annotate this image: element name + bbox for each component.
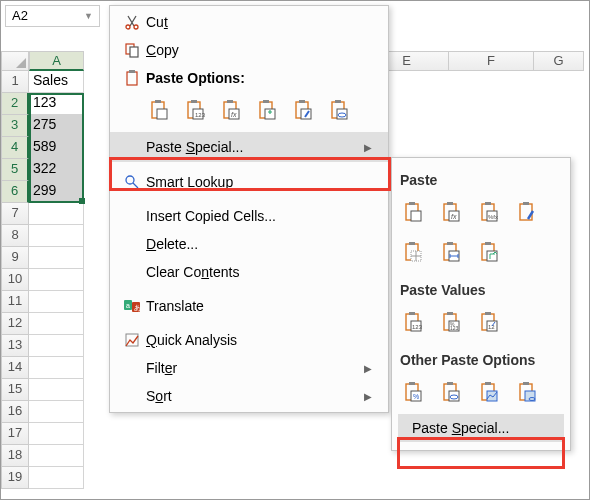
paste-icon[interactable]: [146, 96, 174, 124]
menu-label: Insert Copied Cells...: [146, 208, 372, 224]
menu-delete[interactable]: Delete...: [110, 230, 388, 258]
paste-fmt-icon[interactable]: %: [400, 378, 428, 406]
row-header[interactable]: 4: [1, 137, 29, 159]
paste-brush-icon[interactable]: [514, 198, 542, 226]
submenu-header-values: Paste Values: [392, 278, 570, 302]
row-header[interactable]: 19: [1, 467, 29, 489]
menu-insert-copied[interactable]: Insert Copied Cells...: [110, 202, 388, 230]
cell[interactable]: [29, 467, 84, 489]
menu-label: Translate: [146, 298, 372, 314]
row-header[interactable]: 5: [1, 159, 29, 181]
row-header[interactable]: 15: [1, 379, 29, 401]
svg-rect-56: [409, 312, 415, 315]
cell[interactable]: [29, 291, 84, 313]
cell[interactable]: [29, 357, 84, 379]
context-menu: Cut Copy Paste Options: 123 fx Paste Spe…: [109, 5, 389, 413]
paste-values-row: 123 %123 12: [392, 302, 570, 342]
paste-formulas-icon[interactable]: fx: [218, 96, 246, 124]
svg-rect-5: [129, 70, 135, 73]
svg-rect-3: [130, 47, 138, 57]
cell[interactable]: [29, 269, 84, 291]
menu-cut[interactable]: Cut: [110, 8, 388, 36]
cell[interactable]: [29, 401, 84, 423]
paste-valuespct-icon[interactable]: %123: [438, 308, 466, 336]
menu-translate[interactable]: aあ Translate: [110, 292, 388, 320]
row-header[interactable]: 13: [1, 335, 29, 357]
other-paste-row: %: [392, 372, 570, 412]
menu-sort[interactable]: Sort ▶: [110, 382, 388, 410]
row-header[interactable]: 2: [1, 93, 29, 115]
col-header-a[interactable]: A: [29, 51, 84, 71]
paste-all-icon[interactable]: [400, 198, 428, 226]
submenu-paste-special[interactable]: Paste Special...: [398, 414, 564, 442]
col-header-g[interactable]: G: [534, 51, 584, 71]
svg-text:fx: fx: [451, 213, 457, 220]
row-header[interactable]: 9: [1, 247, 29, 269]
paste-noborder-icon[interactable]: [400, 238, 428, 266]
copy-icon: [118, 42, 146, 58]
row-header[interactable]: 1: [1, 71, 29, 93]
paste-linkpic-icon[interactable]: [514, 378, 542, 406]
svg-rect-73: [447, 382, 453, 385]
paste-valuesfmt-icon[interactable]: 12: [476, 308, 504, 336]
menu-label: Quick Analysis: [146, 332, 372, 348]
paste-transpose2-icon[interactable]: [476, 238, 504, 266]
paste-colwidth-icon[interactable]: [438, 238, 466, 266]
svg-point-0: [126, 25, 130, 29]
svg-rect-47: [409, 242, 415, 245]
select-all-corner[interactable]: [1, 51, 29, 71]
svg-rect-21: [299, 100, 305, 103]
cell[interactable]: 123: [29, 93, 84, 115]
row-header[interactable]: 8: [1, 225, 29, 247]
row-header[interactable]: 18: [1, 445, 29, 467]
name-box[interactable]: A2 ▼: [5, 5, 100, 27]
svg-rect-35: [411, 211, 421, 221]
cell[interactable]: [29, 313, 84, 335]
svg-text:123: 123: [450, 325, 459, 331]
paste-picture-icon[interactable]: [476, 378, 504, 406]
menu-label: Smart Lookup: [146, 174, 372, 190]
row-header[interactable]: 14: [1, 357, 29, 379]
svg-rect-53: [485, 242, 491, 245]
svg-rect-69: [409, 382, 415, 385]
cell[interactable]: [29, 247, 84, 269]
menu-copy[interactable]: Copy: [110, 36, 388, 64]
row-header[interactable]: 6: [1, 181, 29, 203]
cell[interactable]: [29, 225, 84, 247]
row-header[interactable]: 7: [1, 203, 29, 225]
row-header[interactable]: 17: [1, 423, 29, 445]
cell[interactable]: 275: [29, 115, 84, 137]
cell[interactable]: 589: [29, 137, 84, 159]
row-header[interactable]: 3: [1, 115, 29, 137]
paste-pctfx-icon[interactable]: %fx: [476, 198, 504, 226]
row-header[interactable]: 10: [1, 269, 29, 291]
cell[interactable]: [29, 423, 84, 445]
cell[interactable]: [29, 445, 84, 467]
paste-link2-icon[interactable]: [438, 378, 466, 406]
paste-transpose-icon[interactable]: [254, 96, 282, 124]
paste-link-icon[interactable]: [326, 96, 354, 124]
menu-clear-contents[interactable]: Clear Contents: [110, 258, 388, 286]
paste-values-icon[interactable]: 123: [182, 96, 210, 124]
row-header[interactable]: 11: [1, 291, 29, 313]
cell[interactable]: [29, 335, 84, 357]
col-header-f[interactable]: F: [449, 51, 534, 71]
menu-smart-lookup[interactable]: Smart Lookup: [110, 168, 388, 196]
cell[interactable]: Sales: [29, 71, 84, 93]
paste-formatting-icon[interactable]: [290, 96, 318, 124]
paste-fx-icon[interactable]: fx: [438, 198, 466, 226]
submenu-header-paste: Paste: [392, 168, 570, 192]
menu-filter[interactable]: Filter ▶: [110, 354, 388, 382]
cell[interactable]: 299: [29, 181, 84, 203]
svg-text:あ: あ: [134, 304, 141, 312]
paste-values123-icon[interactable]: 123: [400, 308, 428, 336]
menu-quick-analysis[interactable]: Quick Analysis: [110, 326, 388, 354]
menu-paste-special[interactable]: Paste Special... ▶: [110, 132, 388, 162]
row-header[interactable]: 16: [1, 401, 29, 423]
svg-text:123: 123: [412, 324, 423, 330]
svg-point-27: [126, 176, 134, 184]
cell[interactable]: [29, 203, 84, 225]
cell[interactable]: [29, 379, 84, 401]
row-header[interactable]: 12: [1, 313, 29, 335]
cell[interactable]: 322: [29, 159, 84, 181]
